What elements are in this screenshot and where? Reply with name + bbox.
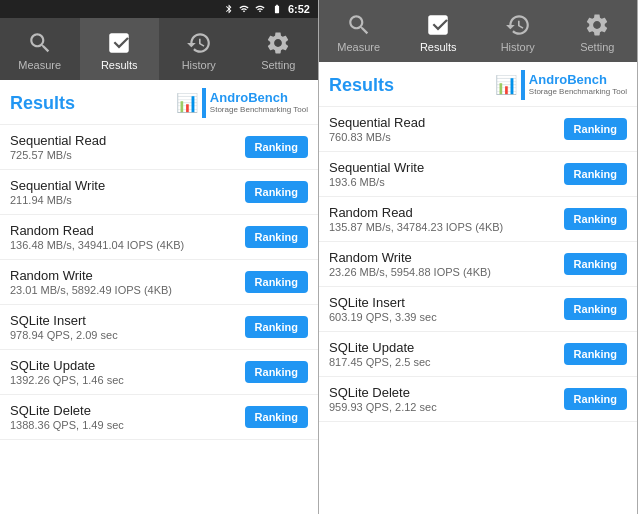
- left-nav-bar: Measure Results History Setting: [0, 18, 318, 80]
- nav-setting-right[interactable]: Setting: [558, 0, 638, 62]
- left-row-0: Sequential Read 725.57 MB/s Ranking: [0, 125, 318, 170]
- logo-divider-right: [521, 70, 525, 100]
- left-ranking-btn-4[interactable]: Ranking: [245, 316, 308, 338]
- measure-label: Measure: [18, 59, 61, 71]
- left-row-6: SQLite Delete 1388.36 QPS, 1.49 sec Rank…: [0, 395, 318, 440]
- right-bench-info-2: Random Read 135.87 MB/s, 34784.23 IOPS (…: [329, 205, 556, 233]
- left-bench-name-5: SQLite Update: [10, 358, 237, 373]
- logo-divider: [202, 88, 206, 118]
- nav-history-right[interactable]: History: [478, 0, 558, 62]
- right-bench-name-2: Random Read: [329, 205, 556, 220]
- left-results-title: Results: [10, 93, 75, 114]
- right-content: Results 📊 AndroBench Storage Benchmarkin…: [319, 62, 637, 514]
- logo-andro-right: Andro: [529, 72, 567, 87]
- right-bench-value-1: 193.6 MB/s: [329, 176, 556, 188]
- logo-main-text-right: AndroBench: [529, 73, 627, 87]
- results-icon-right: [424, 11, 452, 39]
- right-bench-name-3: Random Write: [329, 250, 556, 265]
- logo-main-text: AndroBench: [210, 91, 308, 105]
- left-ranking-btn-5[interactable]: Ranking: [245, 361, 308, 383]
- setting-label-right: Setting: [580, 41, 614, 53]
- left-ranking-btn-6[interactable]: Ranking: [245, 406, 308, 428]
- right-panel: Measure Results History Setting Results …: [319, 0, 638, 514]
- logo-text-right: AndroBench Storage Benchmarking Tool: [529, 73, 627, 96]
- setting-icon: [264, 29, 292, 57]
- left-bench-name-1: Sequential Write: [10, 178, 237, 193]
- left-bench-value-2: 136.48 MB/s, 34941.04 IOPS (4KB): [10, 239, 237, 251]
- measure-icon: [26, 29, 54, 57]
- right-row-3: Random Write 23.26 MB/s, 5954.88 IOPS (4…: [319, 242, 637, 287]
- nav-results-left[interactable]: Results: [80, 18, 160, 80]
- left-bench-value-5: 1392.26 QPS, 1.46 sec: [10, 374, 237, 386]
- right-row-4: SQLite Insert 603.19 QPS, 3.39 sec Ranki…: [319, 287, 637, 332]
- history-label: History: [182, 59, 216, 71]
- nav-results-right[interactable]: Results: [399, 0, 479, 62]
- setting-label: Setting: [261, 59, 295, 71]
- right-ranking-btn-3[interactable]: Ranking: [564, 253, 627, 275]
- measure-icon-right: [345, 11, 373, 39]
- logo-text: AndroBench Storage Benchmarking Tool: [210, 91, 308, 114]
- left-bench-info-4: SQLite Insert 978.94 QPS, 2.09 sec: [10, 313, 237, 341]
- left-bench-name-2: Random Read: [10, 223, 237, 238]
- left-results-header: Results 📊 AndroBench Storage Benchmarkin…: [0, 80, 318, 125]
- right-bench-value-6: 959.93 QPS, 2.12 sec: [329, 401, 556, 413]
- results-label: Results: [101, 59, 138, 71]
- left-bench-value-3: 23.01 MB/s, 5892.49 IOPS (4KB): [10, 284, 237, 296]
- left-bench-info-6: SQLite Delete 1388.36 QPS, 1.49 sec: [10, 403, 237, 431]
- right-bench-info-0: Sequential Read 760.83 MB/s: [329, 115, 556, 143]
- left-bench-value-1: 211.94 MB/s: [10, 194, 237, 206]
- nav-measure-right[interactable]: Measure: [319, 0, 399, 62]
- left-ranking-btn-1[interactable]: Ranking: [245, 181, 308, 203]
- bluetooth-icon: [224, 4, 234, 14]
- right-results-header: Results 📊 AndroBench Storage Benchmarkin…: [319, 62, 637, 107]
- right-row-6: SQLite Delete 959.93 QPS, 2.12 sec Ranki…: [319, 377, 637, 422]
- left-bench-name-4: SQLite Insert: [10, 313, 237, 328]
- nav-measure-left[interactable]: Measure: [0, 18, 80, 80]
- battery-icon: [270, 4, 284, 14]
- left-row-5: SQLite Update 1392.26 QPS, 1.46 sec Rank…: [0, 350, 318, 395]
- nav-history-left[interactable]: History: [159, 18, 239, 80]
- left-panel: 6:52 Measure Results History: [0, 0, 319, 514]
- right-nav-bar: Measure Results History Setting: [319, 0, 637, 62]
- history-icon: [185, 29, 213, 57]
- history-label-right: History: [501, 41, 535, 53]
- right-bench-name-4: SQLite Insert: [329, 295, 556, 310]
- left-row-4: SQLite Insert 978.94 QPS, 2.09 sec Ranki…: [0, 305, 318, 350]
- right-ranking-btn-5[interactable]: Ranking: [564, 343, 627, 365]
- left-bench-value-0: 725.57 MB/s: [10, 149, 237, 161]
- right-ranking-btn-6[interactable]: Ranking: [564, 388, 627, 410]
- left-bench-info-5: SQLite Update 1392.26 QPS, 1.46 sec: [10, 358, 237, 386]
- left-ranking-btn-2[interactable]: Ranking: [245, 226, 308, 248]
- right-bench-value-2: 135.87 MB/s, 34784.23 IOPS (4KB): [329, 221, 556, 233]
- wifi-icon: [254, 4, 266, 14]
- left-ranking-btn-3[interactable]: Ranking: [245, 271, 308, 293]
- left-ranking-btn-0[interactable]: Ranking: [245, 136, 308, 158]
- signal-icon: [238, 4, 250, 14]
- right-bench-info-6: SQLite Delete 959.93 QPS, 2.12 sec: [329, 385, 556, 413]
- right-bench-name-6: SQLite Delete: [329, 385, 556, 400]
- nav-setting-left[interactable]: Setting: [239, 18, 319, 80]
- right-row-2: Random Read 135.87 MB/s, 34784.23 IOPS (…: [319, 197, 637, 242]
- logo-chart-icon: 📊: [176, 92, 198, 114]
- logo-chart-icon-right: 📊: [495, 74, 517, 96]
- status-bar: 6:52: [0, 0, 318, 18]
- right-ranking-btn-0[interactable]: Ranking: [564, 118, 627, 140]
- right-row-5: SQLite Update 817.45 QPS, 2.5 sec Rankin…: [319, 332, 637, 377]
- left-row-2: Random Read 136.48 MB/s, 34941.04 IOPS (…: [0, 215, 318, 260]
- left-content: Results 📊 AndroBench Storage Benchmarkin…: [0, 80, 318, 514]
- right-ranking-btn-1[interactable]: Ranking: [564, 163, 627, 185]
- right-bench-info-4: SQLite Insert 603.19 QPS, 3.39 sec: [329, 295, 556, 323]
- measure-label-right: Measure: [337, 41, 380, 53]
- left-row-3: Random Write 23.01 MB/s, 5892.49 IOPS (4…: [0, 260, 318, 305]
- logo-sub-text-right: Storage Benchmarking Tool: [529, 88, 627, 97]
- right-bench-value-0: 760.83 MB/s: [329, 131, 556, 143]
- right-bench-name-5: SQLite Update: [329, 340, 556, 355]
- right-bench-info-1: Sequential Write 193.6 MB/s: [329, 160, 556, 188]
- left-bench-name-0: Sequential Read: [10, 133, 237, 148]
- right-bench-info-3: Random Write 23.26 MB/s, 5954.88 IOPS (4…: [329, 250, 556, 278]
- right-ranking-btn-4[interactable]: Ranking: [564, 298, 627, 320]
- left-bench-info-2: Random Read 136.48 MB/s, 34941.04 IOPS (…: [10, 223, 237, 251]
- right-bench-value-3: 23.26 MB/s, 5954.88 IOPS (4KB): [329, 266, 556, 278]
- right-ranking-btn-2[interactable]: Ranking: [564, 208, 627, 230]
- right-bench-value-5: 817.45 QPS, 2.5 sec: [329, 356, 556, 368]
